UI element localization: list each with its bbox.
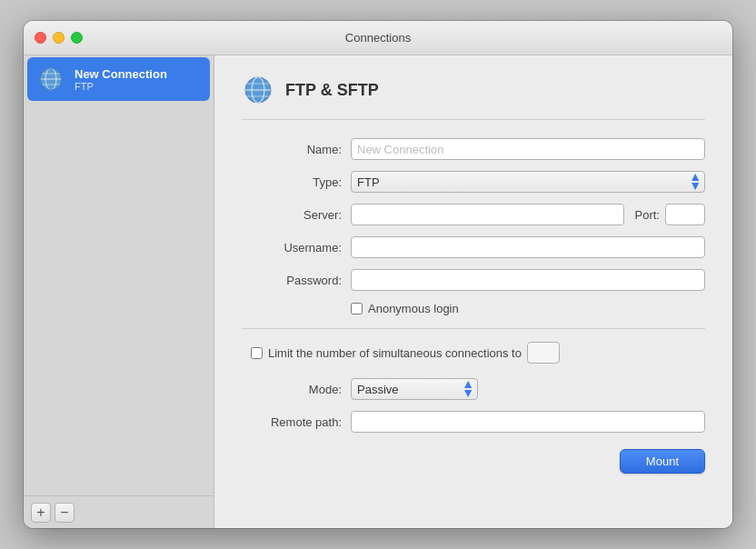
- mount-button[interactable]: Mount: [620, 449, 705, 474]
- connection-form: Name: Type: FTP SFTP FTP with TLS/SSL ▲: [242, 138, 705, 474]
- remote-path-label: Remote path:: [242, 415, 342, 429]
- sidebar-footer: + −: [24, 495, 214, 528]
- window-title: Connections: [345, 31, 411, 45]
- server-input[interactable]: [351, 204, 624, 225]
- remove-connection-button[interactable]: −: [55, 503, 75, 523]
- name-row: Name:: [242, 138, 705, 160]
- mode-select[interactable]: Passive Active: [351, 378, 478, 400]
- username-row: Username:: [242, 236, 705, 258]
- ftp-icon: [36, 65, 65, 94]
- type-select[interactable]: FTP SFTP FTP with TLS/SSL: [351, 171, 705, 193]
- add-connection-button[interactable]: +: [31, 503, 51, 523]
- password-row: Password:: [242, 269, 705, 291]
- main-ftp-icon: [242, 74, 274, 106]
- anonymous-row: Anonymous login: [351, 302, 705, 315]
- sidebar-item-name: New Connection: [75, 67, 167, 81]
- anonymous-label[interactable]: Anonymous login: [368, 302, 459, 315]
- sidebar-list: New Connection FTP: [24, 55, 214, 495]
- traffic-lights: [35, 32, 83, 44]
- minimize-button[interactable]: [53, 32, 65, 44]
- password-input[interactable]: [351, 269, 705, 291]
- content-area: New Connection FTP + −: [24, 55, 732, 528]
- anonymous-checkbox[interactable]: [351, 303, 363, 314]
- sidebar-item-text: New Connection FTP: [75, 67, 167, 92]
- mode-select-wrapper: Passive Active ▲ ▼: [351, 378, 478, 400]
- mount-row: Mount: [242, 449, 705, 474]
- close-button[interactable]: [35, 32, 46, 44]
- username-label: Username:: [242, 241, 342, 255]
- mode-row: Mode: Passive Active ▲ ▼: [242, 378, 705, 400]
- maximize-button[interactable]: [71, 32, 83, 44]
- name-label: Name:: [242, 143, 342, 156]
- port-input[interactable]: 21: [665, 204, 705, 225]
- type-select-wrapper: FTP SFTP FTP with TLS/SSL ▲ ▼: [351, 171, 705, 193]
- type-row: Type: FTP SFTP FTP with TLS/SSL ▲ ▼: [242, 171, 705, 193]
- titlebar: Connections: [24, 21, 732, 55]
- sidebar: New Connection FTP + −: [24, 55, 214, 528]
- password-label: Password:: [242, 274, 342, 287]
- app-window: Connections: [24, 21, 732, 528]
- sidebar-item-type: FTP: [75, 81, 167, 92]
- port-label: Port:: [635, 208, 660, 222]
- name-input[interactable]: [351, 138, 705, 160]
- limit-input[interactable]: 5: [527, 342, 560, 364]
- main-panel: FTP & SFTP Name: Type: FTP SFTP FTP: [214, 55, 732, 528]
- main-header-title: FTP & SFTP: [285, 81, 379, 100]
- sidebar-item-new-connection[interactable]: New Connection FTP: [27, 57, 210, 101]
- limit-row: Limit the number of simultaneous connect…: [251, 342, 705, 364]
- type-label: Type:: [242, 175, 342, 189]
- limit-label[interactable]: Limit the number of simultaneous connect…: [268, 346, 522, 360]
- server-port-group: Port: 21: [351, 204, 705, 225]
- mode-label: Mode:: [242, 383, 342, 396]
- divider: [242, 328, 705, 329]
- remote-path-row: Remote path:: [242, 411, 705, 433]
- server-row: Server: Port: 21: [242, 204, 705, 225]
- remote-path-input[interactable]: [351, 411, 705, 433]
- main-header: FTP & SFTP: [242, 74, 705, 120]
- username-input[interactable]: [351, 236, 705, 258]
- server-label: Server:: [242, 208, 342, 222]
- limit-checkbox[interactable]: [251, 347, 263, 359]
